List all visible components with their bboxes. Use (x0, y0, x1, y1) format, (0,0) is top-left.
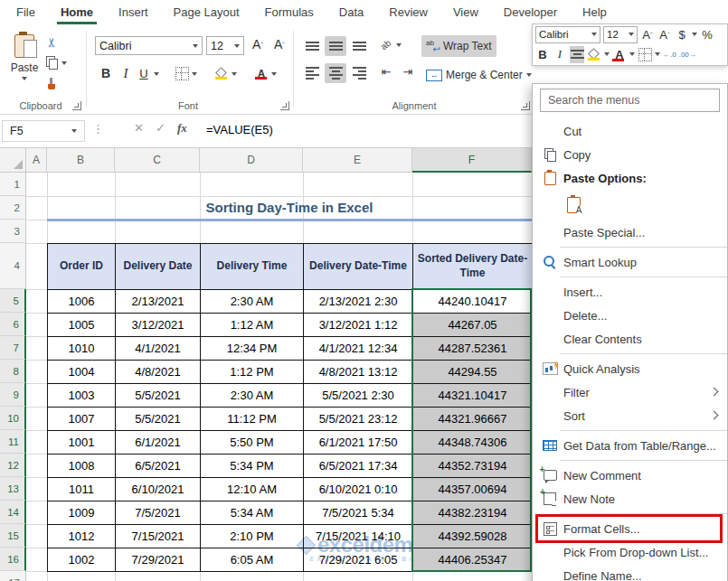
table-cell[interactable]: 7/5/2021 (116, 501, 201, 525)
select-all-corner[interactable] (0, 148, 26, 173)
table-cell[interactable]: 6:05 AM (201, 548, 304, 572)
table-cell[interactable]: 4/1/2021 12:34 (304, 337, 413, 361)
table-cell[interactable]: 2:10 PM (201, 525, 304, 548)
row-header-1[interactable]: 1 (0, 173, 26, 196)
table-cell[interactable]: 2:30 AM (201, 384, 304, 408)
table-cell[interactable]: 3/12/2021 (116, 314, 201, 337)
search-menus-input[interactable] (540, 89, 720, 112)
table-cell[interactable]: 1:12 AM (201, 314, 304, 337)
underline-button[interactable]: U (136, 65, 152, 81)
font-name-select[interactable]: Calibri (95, 36, 203, 55)
menu-item-filter[interactable]: Filter (533, 380, 727, 404)
tab-view[interactable]: View (440, 0, 491, 25)
font-color-button[interactable]: A (255, 67, 268, 80)
menu-item-paste-options[interactable]: Paste Options: (533, 166, 727, 190)
row-header-4[interactable]: 4 (0, 243, 26, 289)
table-cell[interactable]: 44357.00694 (413, 478, 533, 501)
table-cell[interactable]: 6/5/2021 (116, 454, 201, 478)
decrease-indent-button[interactable]: ⇤ (378, 63, 394, 80)
mini-font-name-select[interactable]: Calibri (535, 26, 600, 43)
paste-dropdown-caret[interactable] (22, 77, 27, 80)
table-cell[interactable]: 44321.10417 (413, 384, 533, 408)
tab-data[interactable]: Data (326, 0, 376, 25)
table-cell[interactable]: 2/13/2021 (116, 290, 201, 314)
table-cell[interactable]: 1004 (48, 361, 116, 384)
table-cell[interactable]: 44348.74306 (413, 431, 533, 454)
table-cell[interactable]: 1003 (48, 384, 116, 408)
table-cell[interactable]: 5:34 PM (201, 454, 304, 478)
menu-item-smart-lookup[interactable]: Smart Lookup (533, 250, 727, 274)
table-cell[interactable]: 5/5/2021 (116, 408, 201, 431)
increase-indent-button[interactable]: ⇥ (400, 63, 416, 80)
mini-percent-button[interactable]: % (700, 26, 714, 43)
column-header-c[interactable]: C (115, 148, 200, 173)
table-cell[interactable]: 44287.52361 (413, 337, 533, 361)
table-cell[interactable]: 44382.23194 (413, 501, 533, 525)
table-cell[interactable]: 1001 (48, 431, 116, 454)
align-middle-button[interactable] (325, 36, 346, 56)
paste-button[interactable]: Paste (7, 33, 42, 101)
table-cell[interactable]: 7/5/2021 5:34 (304, 501, 413, 525)
table-cell[interactable]: 11:12 PM (201, 408, 304, 431)
tab-help[interactable]: Help (570, 0, 619, 25)
merge-center-button[interactable]: ↔ Merge & Center (421, 64, 536, 86)
copy-button[interactable] (43, 54, 60, 70)
grow-font-button[interactable]: Aˆ (250, 36, 266, 52)
table-header-delivery-date[interactable]: Delivery Date (116, 244, 201, 290)
enter-button[interactable]: ✓ (156, 121, 165, 135)
mini-bold-button[interactable]: B (535, 46, 550, 63)
row-header-13[interactable]: 13 (0, 477, 26, 501)
table-cell[interactable]: 1002 (48, 548, 116, 572)
table-cell[interactable]: 1006 (48, 290, 116, 314)
mini-borders-button[interactable] (638, 46, 652, 63)
row-header-16[interactable]: 16 (0, 548, 26, 571)
underline-caret[interactable] (154, 72, 159, 76)
alignment-dialog-launcher-icon[interactable] (521, 101, 530, 110)
table-cell[interactable]: 4/8/2021 13:12 (304, 361, 413, 384)
table-header-order-id[interactable]: Order ID (48, 244, 116, 290)
align-left-button[interactable] (301, 63, 323, 83)
table-cell[interactable]: 2/13/2021 2:30 (304, 290, 413, 314)
column-header-f[interactable]: F (412, 148, 532, 173)
menu-item-clear-contents[interactable]: Clear Contents (533, 327, 727, 351)
column-header-a[interactable]: A (26, 148, 47, 173)
copy-dropdown-caret[interactable] (61, 61, 67, 65)
row-header-3[interactable]: 3 (0, 220, 26, 243)
insert-function-button[interactable]: fx (177, 121, 187, 136)
fill-color-button[interactable] (213, 65, 230, 81)
row-header-7[interactable]: 7 (0, 336, 26, 360)
table-cell[interactable]: 5:34 AM (201, 501, 304, 525)
table-header-delivery-date-time[interactable]: Delivery Date-Time (304, 244, 413, 290)
fill-color-caret[interactable] (232, 72, 237, 76)
table-header-sorted-delivery-date-time[interactable]: Sorted Delivery Date-Time (413, 244, 533, 290)
table-cell[interactable]: 6/10/2021 (116, 478, 201, 501)
menu-item-cut[interactable]: Cut (533, 119, 727, 143)
mini-increase-decimal-button[interactable]: ←.0 (663, 51, 676, 59)
table-cell[interactable]: 7/29/2021 6:05 (304, 548, 413, 572)
tab-file[interactable]: File (4, 0, 48, 25)
row-header-11[interactable]: 11 (0, 430, 26, 454)
table-cell[interactable]: 6/1/2021 (116, 431, 201, 454)
mini-shrink-font-button[interactable]: Aˇ (657, 26, 672, 43)
table-cell[interactable]: 44406.25347 (413, 548, 533, 572)
menu-item-delete[interactable]: Delete... (533, 304, 727, 327)
row-header-8[interactable]: 8 (0, 360, 26, 383)
menu-item-format-cells[interactable]: Format Cells... (533, 517, 727, 540)
menu-item-copy[interactable]: Copy (533, 143, 727, 166)
table-cell[interactable]: 44321.96667 (413, 408, 533, 431)
table-cell[interactable]: 6/5/2021 17:34 (304, 454, 413, 478)
table-header-delivery-time[interactable]: Delivery Time (201, 244, 304, 290)
italic-button[interactable]: I (118, 65, 134, 81)
borders-button[interactable] (174, 65, 190, 81)
format-painter-button[interactable] (43, 76, 60, 92)
font-color-caret[interactable] (271, 72, 277, 76)
row-header-9[interactable]: 9 (0, 383, 26, 407)
table-cell[interactable]: 1012 (48, 525, 116, 548)
row-header-14[interactable]: 14 (0, 501, 26, 524)
table-cell[interactable]: 5/5/2021 (116, 384, 201, 408)
tab-home[interactable]: Home (48, 0, 106, 25)
shrink-font-button[interactable]: Aˇ (271, 36, 288, 52)
table-cell[interactable]: 1007 (48, 408, 116, 431)
column-header-d[interactable]: D (200, 148, 303, 173)
table-cell[interactable]: 1:12 PM (201, 361, 304, 384)
